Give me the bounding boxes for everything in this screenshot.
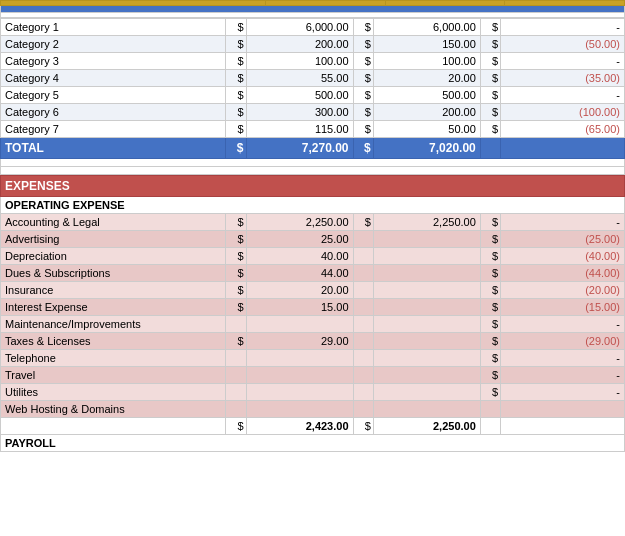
expense-uo-value: (20.00) [501, 282, 625, 299]
expense-data-row: Telephone $ - [1, 350, 625, 367]
actual-value: 50.00 [373, 121, 480, 138]
income-data-row: Category 7 $ 115.00 $ 50.00 $ (65.00) [1, 121, 625, 138]
budget-value: 115.00 [246, 121, 353, 138]
expense-data-row: Dues & Subscriptions $ 44.00 $ (44.00) [1, 265, 625, 282]
budget-dollar: $ [226, 53, 246, 70]
expense-row-label: Taxes & Licenses [1, 333, 226, 350]
budget-value: 6,000.00 [246, 19, 353, 36]
expense-actual-dollar [353, 265, 373, 282]
expense-data-row: Depreciation $ 40.00 $ (40.00) [1, 248, 625, 265]
expense-actual-dollar [353, 248, 373, 265]
uo-value: (65.00) [501, 121, 625, 138]
expense-budget-dollar: $ [226, 248, 246, 265]
expense-uo-dollar: $ [480, 282, 500, 299]
actual-value: 500.00 [373, 87, 480, 104]
expense-row-label: Web Hosting & Domains [1, 401, 226, 418]
expense-uo-value: - [501, 214, 625, 231]
expense-actual-dollar [353, 231, 373, 248]
total-actual: 7,020.00 [373, 138, 480, 159]
expense-uo-value: - [501, 384, 625, 401]
expense-budget-value: 25.00 [246, 231, 353, 248]
uo-value: (35.00) [501, 70, 625, 87]
expense-total-row: $ 2,423.00 $ 2,250.00 [1, 418, 625, 435]
expense-uo-value: (15.00) [501, 299, 625, 316]
actual-dollar: $ [353, 87, 373, 104]
budget-value: 200.00 [246, 36, 353, 53]
income-data-row: Category 6 $ 300.00 $ 200.00 $ (100.00) [1, 104, 625, 121]
operating-income-label [1, 13, 625, 18]
expense-budget-dollar: $ [226, 282, 246, 299]
expense-data-row: Insurance $ 20.00 $ (20.00) [1, 282, 625, 299]
expense-uo-dollar: $ [480, 316, 500, 333]
income-data-row: Category 1 $ 6,000.00 $ 6,000.00 $ - [1, 19, 625, 36]
expense-budget-value [246, 384, 353, 401]
expense-uo-value: (40.00) [501, 248, 625, 265]
expense-actual-dollar [353, 401, 373, 418]
actual-dollar: $ [353, 104, 373, 121]
operating-income-label-row [1, 13, 625, 18]
expense-budget-value: 40.00 [246, 248, 353, 265]
spacer-row [1, 167, 625, 175]
expense-actual-dollar [353, 367, 373, 384]
uo-dollar: $ [480, 104, 500, 121]
expense-uo-dollar: $ [480, 299, 500, 316]
expense-actual-value: 2,250.00 [373, 214, 480, 231]
expense-total-budget: 2,423.00 [246, 418, 353, 435]
total-uo-dollar [480, 138, 500, 159]
uo-dollar: $ [480, 87, 500, 104]
expense-data-row: Accounting & Legal $ 2,250.00 $ 2,250.00… [1, 214, 625, 231]
expense-budget-dollar: $ [226, 299, 246, 316]
expense-budget-dollar [226, 367, 246, 384]
expense-row-label: Accounting & Legal [1, 214, 226, 231]
expense-actual-value [373, 316, 480, 333]
expense-budget-value [246, 401, 353, 418]
uo-value: - [501, 19, 625, 36]
expenses-label: EXPENSES [1, 176, 625, 197]
expense-uo-dollar: $ [480, 265, 500, 282]
expense-row-label: Dues & Subscriptions [1, 265, 226, 282]
uo-value: (50.00) [501, 36, 625, 53]
expense-total-uo [501, 418, 625, 435]
expense-uo-value: - [501, 367, 625, 384]
budget-dollar: $ [226, 87, 246, 104]
total-label: TOTAL [1, 138, 226, 159]
row-label: Category 4 [1, 70, 226, 87]
actual-value: 200.00 [373, 104, 480, 121]
expense-uo-dollar: $ [480, 333, 500, 350]
income-label [1, 6, 625, 13]
expense-actual-value [373, 401, 480, 418]
row-label: Category 7 [1, 121, 226, 138]
expense-row-label: Utilites [1, 384, 226, 401]
expense-row-label: Maintenance/Improvements [1, 316, 226, 333]
expense-actual-value [373, 248, 480, 265]
expense-data-row: Taxes & Licenses $ 29.00 $ (29.00) [1, 333, 625, 350]
operating-expense-label-row: OPERATING EXPENSE [1, 197, 625, 214]
income-data-row: Category 3 $ 100.00 $ 100.00 $ - [1, 53, 625, 70]
expense-uo-value: - [501, 316, 625, 333]
expense-uo-value [501, 401, 625, 418]
expense-budget-value: 29.00 [246, 333, 353, 350]
budget-value: 55.00 [246, 70, 353, 87]
expense-actual-value [373, 350, 480, 367]
expense-uo-dollar: $ [480, 384, 500, 401]
expense-actual-value [373, 265, 480, 282]
budget-dollar: $ [226, 121, 246, 138]
uo-dollar: $ [480, 70, 500, 87]
expense-uo-dollar [480, 401, 500, 418]
expense-uo-value: (29.00) [501, 333, 625, 350]
actual-dollar: $ [353, 70, 373, 87]
budget-dollar: $ [226, 36, 246, 53]
income-total-row: TOTAL $ 7,270.00 $ 7,020.00 [1, 138, 625, 159]
uo-value: (100.00) [501, 104, 625, 121]
expense-budget-value: 20.00 [246, 282, 353, 299]
expense-actual-dollar [353, 282, 373, 299]
actual-dollar: $ [353, 19, 373, 36]
uo-value: - [501, 87, 625, 104]
expense-uo-value: - [501, 350, 625, 367]
expense-uo-dollar: $ [480, 350, 500, 367]
budget-value: 100.00 [246, 53, 353, 70]
expense-data-row: Maintenance/Improvements $ - [1, 316, 625, 333]
expense-uo-dollar: $ [480, 367, 500, 384]
operating-expense-label: OPERATING EXPENSE [1, 197, 625, 214]
expense-data-row: Advertising $ 25.00 $ (25.00) [1, 231, 625, 248]
